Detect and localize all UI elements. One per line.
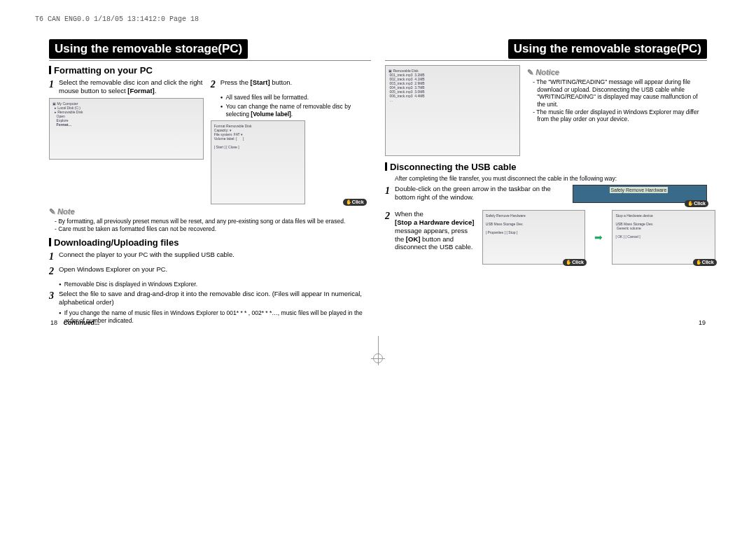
right-top-row: ▣ Removable Disk 001_track.mp3 3.2MB 002… — [385, 65, 707, 156]
arrow-right-icon — [594, 234, 603, 242]
page-number-right: 19 — [699, 319, 706, 326]
section-formatting: Formatting on your PC — [49, 65, 371, 76]
page-header-wrap-left: Using the removable storage(PC) — [49, 39, 371, 61]
screenshot-explorer-context: ▣ My Computer ▸ Local Disk (C:) ▸ Remova… — [49, 98, 204, 160]
format-step-2: 2 Press the [Start] button. — [211, 78, 365, 91]
continued-label: Continued... — [64, 319, 100, 326]
section-downup: Downloading/Uploading files — [49, 237, 371, 248]
section-formatting-label: Formatting on your PC — [54, 65, 153, 76]
disc-step-2d: [OK] — [406, 235, 421, 243]
section-downup-label: Downloading/Uploading files — [54, 237, 178, 248]
format-bullet-1: All saved files will be formatted. — [220, 94, 365, 101]
note-title: Note — [49, 207, 371, 216]
disc-step-2a: When the — [395, 210, 424, 218]
click-badge-4: ✋Click — [693, 259, 717, 266]
print-header: T6 CAN ENG0.0 1/18/05 13:1412:0 Page 18 — [35, 15, 199, 23]
notice-line-2: The music file order displayed in Window… — [537, 108, 707, 123]
screenshot-explorer-files: ▣ Removable Disk 001_track.mp3 3.2MB 002… — [385, 65, 520, 156]
du-step-2: 2Open Windows Explorer on your PC. — [49, 265, 371, 278]
du-bullet-3: If you change the name of music files in… — [59, 309, 371, 324]
page-left: Using the removable storage(PC) Formatti… — [49, 39, 371, 326]
format-step-2-b: button. — [272, 78, 292, 86]
du-step-1: 1Connect the player to your PC with the … — [49, 251, 371, 263]
page-header-wrap-right: Using the removable storage(PC) — [385, 39, 707, 61]
format-step-1: 1 Select the removable disc icon and cli… — [49, 78, 204, 95]
page-spread: Using the removable storage(PC) Formatti… — [49, 39, 707, 326]
format-step-2-bold: [Start] — [251, 78, 270, 86]
notice-line-1: The "WRITING/READING" message will appea… — [537, 78, 707, 108]
click-badge-3: ✋Click — [563, 259, 587, 266]
format-bullet-2: You can change the name of removable dis… — [220, 103, 365, 118]
notice-title: Notice — [527, 68, 707, 77]
screenshot-stop-hardware-1: Safely Remove HardwareUSB Mass Storage D… — [482, 210, 585, 265]
format-step-1-bold: Format — [130, 87, 152, 94]
click-badge-2: ✋Click — [685, 200, 708, 207]
disc-step-1: 1Double-click on the green arrow in the … — [385, 185, 566, 202]
registration-mark-icon — [373, 353, 383, 363]
disc-step-2: 2 When the [Stop a Hardware device] mess… — [385, 210, 475, 251]
section-disconnect-label: Disconnecting the USB cable — [390, 162, 517, 172]
du-bullet-2: Removable Disc is displayed in Windows E… — [59, 281, 371, 288]
screenshot-format-dialog: Format Removable DiskCapacity: ▾File sys… — [211, 120, 305, 204]
format-step-2-a: Press the — [220, 78, 248, 86]
note-line-1: By formatting, all previously preset men… — [59, 218, 371, 225]
page-title-left: Using the removable storage(PC) — [49, 39, 248, 59]
note-line-2: Care must be taken as formatted files ca… — [59, 225, 371, 233]
click-badge-1: ✋Click — [343, 199, 367, 206]
disconnect-intro: After completing the file transfer, you … — [395, 175, 707, 182]
page-title-right: Using the removable storage(PC) — [508, 39, 707, 59]
tray-tooltip: Safely Remove Hardware — [610, 187, 668, 193]
page-number-left: 18 Continued... — [50, 319, 100, 326]
section-disconnect: Disconnecting the USB cable — [385, 162, 707, 172]
disc-step-2b: [Stop a Hardware device] — [395, 218, 475, 226]
screenshot-stop-hardware-2: Stop a Hardware deviceUSB Mass Storage D… — [612, 210, 715, 265]
formatting-columns: 1 Select the removable disc icon and cli… — [49, 78, 371, 204]
page-right: Using the removable storage(PC) ▣ Remova… — [385, 39, 707, 326]
du-step-3: 3Select the file to save and drag-and-dr… — [49, 290, 371, 307]
